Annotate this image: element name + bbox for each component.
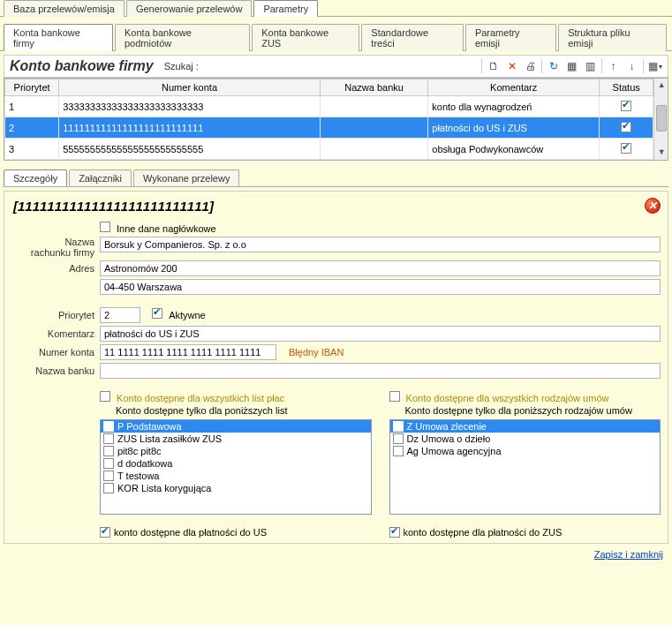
status-checkbox[interactable] bbox=[621, 143, 631, 154]
account-name-label-2: rachunku firmy bbox=[31, 247, 94, 258]
us-payments-label: konto dostępne dla płatności do US bbox=[114, 527, 267, 538]
priority-field[interactable] bbox=[100, 307, 140, 323]
other-header-checkbox[interactable] bbox=[100, 222, 110, 232]
list-item[interactable]: pit8c pit8c bbox=[101, 445, 371, 457]
list-item-checkbox[interactable] bbox=[103, 446, 114, 456]
contract-listbox[interactable]: Z Umowa zlecenieDz Umowa o dziełoAg Umow… bbox=[389, 419, 661, 515]
detail-tab-2[interactable]: Wykonane przelewy bbox=[133, 169, 239, 186]
list-item-checkbox[interactable] bbox=[103, 458, 114, 469]
page-title: Konto bankowe firmy bbox=[10, 58, 154, 74]
list-item-checkbox[interactable] bbox=[103, 483, 114, 493]
address-label: Adres bbox=[11, 263, 100, 274]
delete-icon[interactable]: ✕ bbox=[504, 59, 519, 74]
sub-tab-2[interactable]: Konta bankowe ZUS bbox=[252, 24, 359, 51]
sub-tab-4[interactable]: Parametry emisji bbox=[465, 24, 556, 51]
list-item-label: Dz Umowa o dzieło bbox=[407, 433, 491, 444]
all-contracts-checkbox[interactable] bbox=[389, 391, 400, 402]
account-name-field[interactable] bbox=[100, 237, 661, 252]
bank-name-field[interactable] bbox=[100, 363, 661, 379]
bank-name-label: Nazwa banku bbox=[11, 365, 100, 376]
grid-header[interactable]: Nazwa banku bbox=[320, 79, 427, 96]
print-icon[interactable]: 🖨 bbox=[523, 59, 538, 74]
grid-scrollbar[interactable]: ▲ ▼ bbox=[653, 79, 668, 160]
detail-tab-1[interactable]: Załączniki bbox=[69, 169, 132, 186]
columns-icon[interactable]: ▦ bbox=[564, 59, 579, 74]
list-item-label: P Podstawowa bbox=[117, 421, 182, 432]
list-item-label: ZUS Lista zasiłków ZUS bbox=[117, 433, 222, 444]
move-up-icon[interactable]: ↑ bbox=[606, 59, 621, 74]
detail-header-id: [11111111111111111111111111] bbox=[13, 199, 214, 214]
list-item-label: Z Umowa zlecenie bbox=[407, 421, 487, 432]
detail-tab-0[interactable]: Szczegóły bbox=[4, 169, 67, 186]
table-row[interactable]: 133333333333333333333333333konto dla wyn… bbox=[5, 96, 653, 117]
sub-tab-1[interactable]: Konta bankowe podmiotów bbox=[115, 24, 250, 51]
grid-header[interactable]: Numer konta bbox=[59, 79, 321, 96]
list-item-checkbox[interactable] bbox=[103, 433, 114, 444]
account-number-label: Numer konta bbox=[11, 347, 100, 358]
address2-field[interactable] bbox=[100, 279, 661, 295]
list-item[interactable]: KOR Lista korygująca bbox=[101, 482, 371, 494]
selected-contracts-label: Konto dostępne tylko dla poniższych rodz… bbox=[405, 405, 661, 416]
account-name-label-1: Nazwa bbox=[64, 237, 94, 247]
list-item-label: d dodatkowa bbox=[117, 458, 172, 469]
list-item[interactable]: P Podstawowa bbox=[101, 420, 371, 433]
grid-header[interactable]: Komentarz bbox=[428, 79, 600, 96]
address1-field[interactable] bbox=[100, 260, 661, 276]
all-payrolls-checkbox[interactable] bbox=[100, 391, 110, 402]
grid-header[interactable]: Status bbox=[600, 79, 653, 96]
list-item[interactable]: T testowa bbox=[101, 470, 371, 482]
table-row[interactable]: 355555555555555555555555555obsługa Podwy… bbox=[5, 139, 653, 160]
list-item[interactable]: d dodatkowa bbox=[101, 457, 371, 470]
comment-field[interactable] bbox=[100, 326, 661, 342]
list-item-checkbox[interactable] bbox=[393, 421, 404, 432]
payroll-listbox[interactable]: P PodstawowaZUS Lista zasiłków ZUSpit8c … bbox=[100, 419, 372, 515]
layout-icon[interactable]: ▥ bbox=[583, 59, 598, 74]
priority-label: Priorytet bbox=[11, 310, 100, 320]
grid-header[interactable]: Priorytet bbox=[5, 79, 59, 96]
accounts-table[interactable]: PriorytetNumer kontaNazwa bankuKomentarz… bbox=[4, 79, 653, 160]
list-item[interactable]: ZUS Lista zasiłków ZUS bbox=[101, 433, 371, 445]
main-tab-1[interactable]: Generowanie przelewów bbox=[126, 0, 252, 17]
comment-label: Komentarz bbox=[11, 328, 100, 339]
us-payments-checkbox[interactable] bbox=[100, 527, 110, 538]
list-item-label: Ag Umowa agencyjna bbox=[407, 446, 502, 456]
status-checkbox[interactable] bbox=[621, 101, 631, 111]
all-payrolls-label: Konto dostępne dla wszystkich list płac bbox=[117, 393, 284, 403]
main-tab-2[interactable]: Parametry bbox=[253, 0, 318, 17]
list-item-label: KOR Lista korygująca bbox=[117, 483, 211, 493]
list-item[interactable]: Dz Umowa o dzieło bbox=[390, 433, 661, 445]
grid-menu-icon[interactable]: ▦ bbox=[647, 59, 662, 74]
list-item-label: T testowa bbox=[117, 471, 160, 481]
list-item-checkbox[interactable] bbox=[393, 446, 404, 456]
list-item-label: pit8c pit8c bbox=[117, 446, 162, 456]
refresh-icon[interactable]: ↻ bbox=[546, 59, 561, 74]
close-icon[interactable]: ✕ bbox=[645, 198, 661, 214]
list-item[interactable]: Z Umowa zlecenie bbox=[390, 420, 661, 433]
new-icon[interactable]: 🗋 bbox=[486, 59, 501, 74]
all-contracts-label: Konto dostępne dla wszystkich rodzajów u… bbox=[406, 393, 609, 403]
move-down-icon[interactable]: ↓ bbox=[624, 59, 639, 74]
table-row[interactable]: 211111111111111111111111111płatności do … bbox=[5, 117, 653, 139]
list-item-checkbox[interactable] bbox=[393, 433, 404, 444]
list-item-checkbox[interactable] bbox=[103, 421, 114, 432]
save-and-close-link[interactable]: Zapisz i zamknij bbox=[0, 544, 672, 560]
search-label: Szukaj : bbox=[164, 61, 199, 72]
zus-payments-label: konto dostępne dla płatności do ZUS bbox=[404, 527, 563, 538]
main-tab-0[interactable]: Baza przelewów/emisja bbox=[4, 0, 125, 17]
sub-tab-0[interactable]: Konta bankowe firmy bbox=[4, 24, 113, 51]
selected-payrolls-label: Konto dostępne tylko dla poniższych list bbox=[116, 405, 372, 416]
active-checkbox[interactable] bbox=[152, 308, 162, 319]
iban-error: Błędny IBAN bbox=[289, 347, 344, 358]
zus-payments-checkbox[interactable] bbox=[389, 527, 400, 538]
sub-tab-3[interactable]: Standardowe treści bbox=[361, 24, 464, 51]
account-number-field[interactable] bbox=[100, 344, 276, 360]
status-checkbox[interactable] bbox=[621, 122, 631, 132]
list-item[interactable]: Ag Umowa agencyjna bbox=[390, 445, 661, 457]
sub-tab-5[interactable]: Struktura pliku emisji bbox=[558, 24, 667, 51]
other-header-label: Inne dane nagłówkowe bbox=[117, 223, 216, 234]
active-label: Aktywne bbox=[169, 310, 206, 320]
list-item-checkbox[interactable] bbox=[103, 471, 114, 481]
